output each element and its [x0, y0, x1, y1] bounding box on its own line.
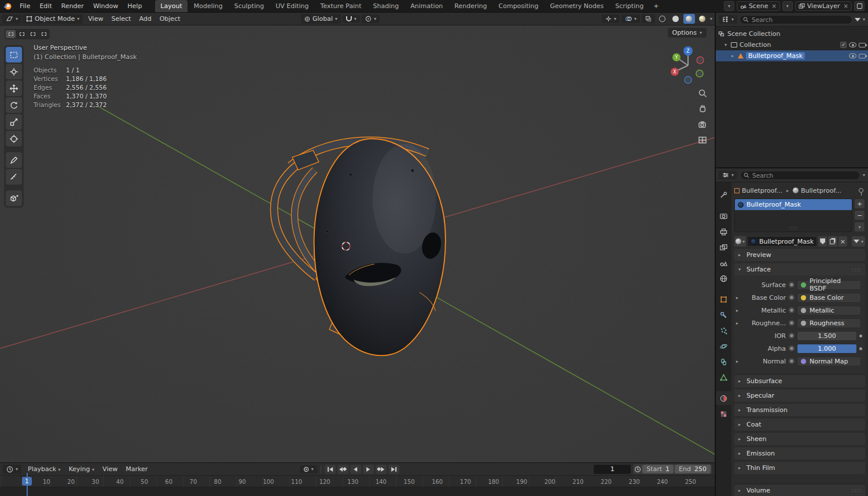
measure-tool[interactable] — [6, 169, 22, 185]
xray-toggle[interactable] — [642, 14, 655, 23]
panel-preview[interactable]: ▸ Preview — [734, 249, 865, 261]
orientation-selector[interactable]: Global ▾ — [301, 14, 341, 24]
scene-unlink-icon[interactable]: × — [770, 3, 776, 9]
alpha-slider[interactable]: 1.000 — [797, 344, 857, 354]
tab-object[interactable] — [716, 292, 731, 306]
object-render-camera-icon[interactable] — [859, 54, 866, 58]
collapsed-panel-header[interactable]: ▸ Transmission — [734, 404, 865, 416]
workspace-tab[interactable]: Shading — [368, 0, 404, 12]
outliner-filter-dropdown[interactable]: ▾ — [863, 17, 865, 22]
start-frame-field[interactable]: Start 1 — [642, 465, 674, 473]
tab-texture[interactable] — [716, 407, 731, 421]
menu-item[interactable]: Window — [89, 0, 123, 12]
collapsed-panel-header[interactable]: ▸ Specular — [734, 390, 865, 402]
play-button[interactable] — [363, 465, 374, 474]
fake-user-button[interactable] — [818, 236, 827, 247]
move-tool[interactable] — [6, 80, 22, 96]
normal-node-button[interactable]: Normal Map — [797, 357, 861, 366]
select-mode-intersect-button[interactable] — [39, 30, 49, 38]
new-material-button[interactable] — [828, 236, 837, 247]
outliner-row-collection[interactable]: ▾ Collection ✓ — [716, 39, 868, 50]
scene-browse-button[interactable]: ▾ — [724, 1, 734, 11]
menu-item[interactable]: Render — [57, 0, 89, 12]
expand-icon[interactable]: ▸ — [736, 359, 741, 364]
timeline-ruler[interactable]: 1020304050607080901001101201301401501601… — [0, 476, 715, 487]
viewport-3d[interactable]: Options ▾ User Perspectiv — [0, 25, 715, 462]
transform-tool[interactable] — [6, 131, 22, 146]
new-viewlayer-button[interactable] — [854, 1, 865, 11]
workspace-tab[interactable]: Modeling — [189, 0, 228, 12]
resize-grip[interactable]: :::: — [789, 226, 798, 231]
render-camera-icon[interactable] — [859, 43, 866, 47]
timeline-editor-type-button[interactable]: ▾ — [3, 465, 21, 474]
outliner-editor-type-button[interactable]: ▾ — [719, 15, 737, 24]
tab-scene[interactable] — [716, 256, 731, 270]
options-dropdown[interactable]: Options ▾ — [668, 28, 707, 38]
workspace-tab[interactable]: UV Editing — [270, 0, 314, 12]
select-mode-extend-button[interactable] — [17, 30, 27, 38]
next-keyframe-button[interactable] — [376, 465, 387, 474]
expand-icon[interactable]: ▸ — [736, 308, 741, 313]
expand-icon[interactable]: ▸ — [736, 295, 741, 300]
object-name[interactable]: Bulletproof_Mask — [746, 52, 805, 60]
animate-decorator[interactable] — [859, 347, 862, 350]
playhead[interactable]: 1 — [22, 477, 32, 486]
auto-keying-toggle[interactable]: ▾ — [300, 465, 317, 473]
snap-toggle[interactable]: ▾ — [343, 15, 360, 23]
select-box-tool[interactable] — [6, 47, 22, 63]
gizmo-x-neg-axis[interactable] — [697, 57, 704, 64]
collapse-icon[interactable]: ▾ — [723, 42, 729, 47]
timeline-track[interactable] — [0, 487, 715, 496]
panel-drag-dots[interactable]: :::: — [852, 267, 861, 273]
select-mode-subtract-button[interactable] — [28, 30, 38, 38]
zoom-icon[interactable] — [697, 88, 708, 98]
properties-options-dropdown[interactable]: ▾ — [863, 172, 865, 178]
add-cube-tool[interactable] — [6, 190, 22, 206]
breadcrumb-object[interactable]: Bulletproof... — [742, 187, 782, 194]
workspace-tab[interactable]: Compositing — [494, 0, 544, 12]
perspective-toggle-icon[interactable] — [697, 135, 708, 145]
collection-checkbox[interactable]: ✓ — [840, 42, 847, 48]
scale-tool[interactable] — [6, 114, 22, 130]
workspace-tab[interactable]: Sculpting — [229, 0, 269, 12]
unlink-material-button[interactable]: × — [838, 236, 847, 247]
tab-material[interactable] — [716, 391, 731, 405]
pan-hand-icon[interactable] — [697, 104, 708, 114]
expand-icon[interactable]: ▸ — [730, 53, 735, 58]
remove-slot-button[interactable]: − — [854, 210, 865, 221]
material-slot-list[interactable]: Bulletproof_Mask :::: — [734, 199, 852, 232]
viewlayer-browse-button[interactable]: ▾ — [782, 1, 793, 11]
tab-particles[interactable] — [716, 324, 731, 337]
workspace-tab[interactable]: Texture Paint — [315, 0, 367, 12]
prev-keyframe-button[interactable] — [337, 465, 348, 474]
ior-slider[interactable]: 1.500 — [797, 331, 857, 341]
workspace-tab[interactable]: Rendering — [449, 0, 492, 12]
menu-item[interactable]: Edit — [35, 0, 56, 12]
scene-selector[interactable]: Scene × — [737, 1, 780, 11]
collapsed-panel-header[interactable]: ▸ Coat — [734, 418, 865, 431]
properties-editor-type-button[interactable]: ▾ — [719, 171, 737, 179]
tab-constraints[interactable] — [716, 355, 731, 369]
viewport-menu-item[interactable]: Object — [156, 14, 185, 24]
shading-dropdown[interactable]: ▾ — [710, 16, 712, 21]
material-slot-item[interactable]: Bulletproof_Mask — [735, 199, 852, 210]
viewport-menu-item[interactable]: Add — [135, 14, 155, 24]
panel-surface[interactable]: ▾ Surface :::: — [734, 263, 865, 275]
filter-icon[interactable] — [855, 18, 860, 21]
add-slot-button[interactable]: + — [854, 199, 865, 209]
collapsed-panel-header[interactable]: ▸ Thin Film — [734, 462, 865, 474]
visibility-eye-icon[interactable] — [849, 42, 856, 47]
outliner-row-scene-collection[interactable]: Scene Collection — [716, 28, 868, 39]
shading-material-button[interactable] — [683, 14, 695, 24]
viewport-menu-item[interactable]: Select — [107, 14, 135, 24]
object-visibility-eye-icon[interactable] — [849, 53, 856, 58]
show-gizmo-toggle[interactable]: ▾ — [602, 14, 620, 23]
slot-specials-button[interactable]: ▾ — [854, 222, 865, 232]
viewport-menu-item[interactable]: View — [84, 14, 107, 24]
tab-world[interactable] — [716, 271, 731, 285]
add-workspace-button[interactable]: + — [649, 2, 663, 10]
tab-physics[interactable] — [716, 339, 731, 353]
annotate-tool[interactable] — [6, 152, 22, 168]
menu-item[interactable]: Help — [123, 0, 146, 12]
view-menu[interactable]: View — [98, 464, 122, 474]
